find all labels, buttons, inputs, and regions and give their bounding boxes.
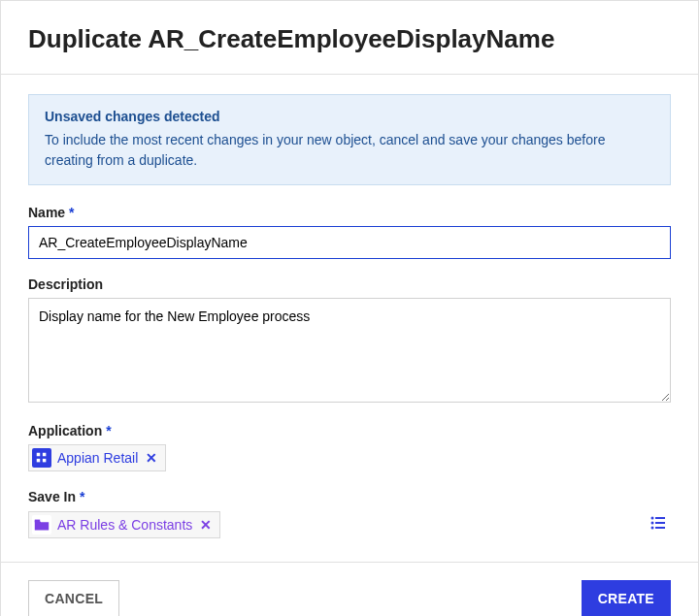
- duplicate-modal: Duplicate AR_CreateEmployeeDisplayName U…: [0, 0, 699, 616]
- application-field-group: Application * Appian Retail ✕: [28, 423, 671, 471]
- name-input[interactable]: [28, 226, 671, 259]
- application-icon: [32, 448, 51, 468]
- warning-text: To include the most recent changes in yo…: [45, 130, 654, 171]
- description-label: Description: [28, 276, 671, 292]
- name-field-group: Name *: [28, 205, 671, 259]
- save-in-field-group: Save In * AR Rules & Constants ✕: [28, 489, 671, 538]
- description-field-group: Description Display name for the New Emp…: [28, 276, 671, 405]
- application-remove-icon[interactable]: ✕: [144, 450, 159, 466]
- create-button[interactable]: CREATE: [582, 580, 671, 616]
- application-chip-label: Appian Retail: [57, 450, 138, 466]
- required-indicator: *: [69, 205, 74, 220]
- modal-footer: CANCEL CREATE: [1, 562, 698, 616]
- svg-rect-3: [43, 459, 47, 463]
- save-in-label: Save In *: [28, 489, 671, 504]
- save-in-chip-label: AR Rules & Constants: [57, 517, 192, 533]
- svg-rect-8: [655, 522, 665, 524]
- modal-title: Duplicate AR_CreateEmployeeDisplayName: [28, 24, 671, 54]
- svg-point-5: [651, 517, 654, 520]
- required-indicator: *: [80, 489, 84, 504]
- save-in-row: AR Rules & Constants ✕: [28, 510, 671, 538]
- save-in-remove-icon[interactable]: ✕: [198, 517, 214, 533]
- svg-rect-4: [35, 519, 40, 522]
- list-icon: [649, 514, 667, 532]
- description-textarea[interactable]: Display name for the New Employee proces…: [28, 298, 671, 403]
- cancel-button[interactable]: CANCEL: [28, 580, 119, 616]
- svg-point-9: [651, 527, 654, 530]
- svg-rect-6: [655, 517, 665, 519]
- browse-button[interactable]: [646, 510, 671, 538]
- svg-point-7: [651, 522, 654, 525]
- warning-banner: Unsaved changes detected To include the …: [28, 94, 671, 185]
- warning-title: Unsaved changes detected: [45, 109, 654, 124]
- required-indicator: *: [106, 423, 111, 438]
- svg-rect-1: [43, 453, 47, 457]
- application-chip[interactable]: Appian Retail ✕: [28, 444, 166, 471]
- modal-header: Duplicate AR_CreateEmployeeDisplayName: [1, 1, 698, 75]
- application-label: Application *: [28, 423, 671, 438]
- folder-icon: [32, 515, 51, 535]
- svg-rect-0: [37, 453, 41, 457]
- svg-rect-10: [655, 527, 665, 529]
- svg-rect-2: [37, 459, 41, 463]
- name-label: Name *: [28, 205, 671, 220]
- modal-body: Unsaved changes detected To include the …: [1, 75, 698, 562]
- save-in-chip[interactable]: AR Rules & Constants ✕: [28, 511, 220, 538]
